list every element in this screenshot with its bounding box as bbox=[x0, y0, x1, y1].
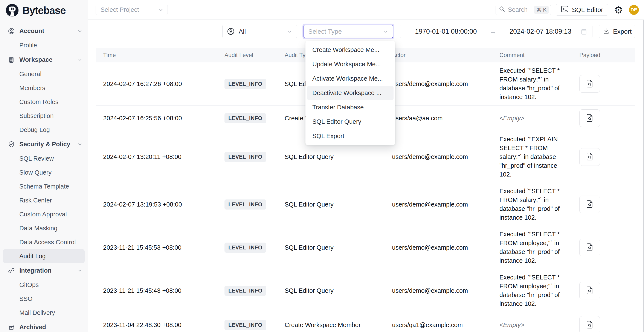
type-option-sql-editor-query[interactable]: SQL Editor Query bbox=[307, 115, 394, 129]
sidebar-item-members[interactable]: Members bbox=[3, 81, 85, 95]
cell-comment: <Empty> bbox=[492, 317, 572, 332]
type-option-update-workspace-me[interactable]: Update Workspace Me... bbox=[307, 57, 394, 71]
date-range-start[interactable]: 1970-01-01 08:00:00 bbox=[415, 28, 477, 35]
brand-logo[interactable]: Bytebase bbox=[0, 0, 88, 20]
file-search-icon bbox=[585, 243, 594, 252]
chevron-down-icon bbox=[158, 7, 164, 13]
column-header-comment: Comment bbox=[492, 52, 572, 59]
actor-filter-select[interactable]: All bbox=[222, 25, 297, 38]
cell-audit-level: LEVEL_INFO bbox=[218, 282, 278, 300]
brand-name: Bytebase bbox=[22, 4, 66, 16]
cell-comment: Executed `"SELECT * FROM salary;"` in da… bbox=[492, 62, 572, 105]
project-select[interactable]: Select Project bbox=[96, 5, 168, 15]
cell-actor: users/demo@example.com bbox=[385, 283, 492, 298]
project-select-placeholder: Select Project bbox=[100, 6, 139, 13]
view-payload-button[interactable] bbox=[579, 316, 600, 332]
table-row: 2024-02-07 13:19:53 +08:00 LEVEL_INFO SQ… bbox=[96, 183, 635, 226]
column-header-payload: Payload bbox=[572, 52, 635, 59]
sidebar-item-subscription[interactable]: Subscription bbox=[3, 109, 85, 123]
file-search-icon bbox=[585, 200, 594, 209]
sidebar-item-custom-approval[interactable]: Custom Approval bbox=[3, 207, 85, 221]
sidebar-group-workspace[interactable]: Workspace bbox=[0, 52, 88, 67]
cell-time: 2023-11-04 22:48:30 +08:00 bbox=[96, 318, 218, 332]
nav-item-label: Custom Roles bbox=[19, 98, 58, 106]
sidebar-item-sso[interactable]: SSO bbox=[3, 292, 85, 306]
cell-audit-level: LEVEL_INFO bbox=[218, 196, 278, 213]
nav-item-label: Data Masking bbox=[19, 225, 57, 232]
export-button[interactable]: Export bbox=[599, 25, 635, 38]
chevron-down-icon bbox=[77, 268, 82, 273]
search-icon bbox=[499, 6, 505, 14]
date-range-end[interactable]: 2024-02-07 18:09:13 bbox=[510, 28, 572, 35]
sidebar-item-custom-roles[interactable]: Custom Roles bbox=[3, 95, 85, 109]
sidebar-group-integration[interactable]: Integration bbox=[0, 263, 88, 278]
file-search-icon bbox=[585, 79, 594, 89]
settings-gear-icon[interactable]: ⚙ bbox=[614, 5, 623, 15]
export-label: Export bbox=[613, 28, 632, 35]
view-payload-button[interactable] bbox=[579, 196, 600, 213]
view-payload-button[interactable] bbox=[579, 109, 600, 127]
nav-group-label: Workspace bbox=[19, 56, 52, 63]
cell-payload bbox=[572, 278, 635, 303]
view-payload-button[interactable] bbox=[579, 239, 600, 256]
nav-item-label: Audit Log bbox=[19, 253, 46, 260]
nav-item-label: Profile bbox=[19, 42, 37, 49]
sidebar-item-profile[interactable]: Profile bbox=[3, 38, 85, 52]
table-row: 2023-11-21 15:45:53 +08:00 LEVEL_INFO SQ… bbox=[96, 226, 635, 269]
cell-actor: users/demo@example.com bbox=[385, 197, 492, 212]
calendar-icon bbox=[580, 28, 588, 35]
download-icon bbox=[602, 27, 610, 36]
search-placeholder: Search bbox=[508, 6, 528, 13]
sidebar-group-security-policy[interactable]: Security & Policy bbox=[0, 137, 88, 152]
nav-item-label: Subscription bbox=[19, 112, 54, 120]
audit-level-badge: LEVEL_INFO bbox=[224, 199, 266, 209]
type-option-create-workspace-me[interactable]: Create Workspace Me... bbox=[307, 43, 394, 57]
cell-payload bbox=[572, 71, 635, 97]
user-circle-icon bbox=[8, 27, 15, 35]
sidebar-item-debug-log[interactable]: Debug Log bbox=[3, 123, 85, 137]
sidebar-item-risk-center[interactable]: Risk Center bbox=[3, 193, 85, 207]
type-filter-select[interactable]: Select Type bbox=[304, 25, 393, 38]
sidebar-item-data-access-control[interactable]: Data Access Control bbox=[3, 235, 85, 249]
sidebar-group-archived[interactable]: Archived bbox=[0, 320, 88, 332]
nav-item-label: SSO bbox=[19, 295, 32, 302]
sidebar-item-gitops[interactable]: GitOps bbox=[3, 278, 85, 292]
type-option-transfer-database[interactable]: Transfer Database bbox=[307, 100, 394, 115]
search-input[interactable]: Search ⌘ K bbox=[496, 5, 551, 15]
chevron-down-icon bbox=[77, 57, 82, 62]
type-option-deactivate-workspace[interactable]: Deactivate Workspace ... bbox=[307, 86, 394, 100]
column-header-audit-level: Audit Level bbox=[218, 52, 278, 59]
nav-item-label: Schema Template bbox=[19, 183, 69, 190]
table-row: 2023-11-21 15:45:43 +08:00 LEVEL_INFO SQ… bbox=[96, 269, 635, 312]
type-option-sql-export[interactable]: SQL Export bbox=[307, 129, 394, 143]
sidebar-item-sql-review[interactable]: SQL Review bbox=[3, 152, 85, 166]
user-avatar[interactable]: DE bbox=[629, 5, 639, 15]
sidebar-item-audit-log[interactable]: Audit Log bbox=[3, 249, 85, 263]
view-payload-button[interactable] bbox=[579, 75, 600, 93]
date-range-picker[interactable]: 1970-01-01 08:00:00 → 2024-02-07 18:09:1… bbox=[400, 25, 592, 38]
sidebar-item-schema-template[interactable]: Schema Template bbox=[3, 179, 85, 193]
cell-payload bbox=[572, 312, 635, 332]
view-payload-button[interactable] bbox=[579, 282, 600, 299]
cell-audit-level: LEVEL_INFO bbox=[218, 75, 278, 93]
cell-audit-level: LEVEL_INFO bbox=[218, 148, 278, 166]
sidebar-item-slow-query[interactable]: Slow Query bbox=[3, 166, 85, 179]
sidebar-group-account[interactable]: Account bbox=[0, 24, 88, 38]
file-search-icon bbox=[585, 114, 594, 123]
sidebar-item-mail-delivery[interactable]: Mail Delivery bbox=[3, 306, 85, 320]
sql-editor-button[interactable]: SQL Editor bbox=[556, 4, 608, 16]
cell-time: 2024-02-07 13:19:53 +08:00 bbox=[96, 197, 218, 212]
filter-bar: All Select Type 1970-01-01 08:00:00 → 20… bbox=[96, 25, 635, 38]
view-payload-button[interactable] bbox=[579, 148, 600, 166]
link-icon bbox=[8, 267, 15, 274]
type-option-activate-workspace-me[interactable]: Activate Workspace Me... bbox=[307, 71, 394, 86]
cell-comment: Executed `"EXPLAIN SELECT * FROM salary;… bbox=[492, 131, 572, 183]
sidebar-item-general[interactable]: General bbox=[3, 67, 85, 81]
sidebar-item-data-masking[interactable]: Data Masking bbox=[3, 221, 85, 235]
cell-time: 2024-02-07 13:20:11 +08:00 bbox=[96, 150, 218, 164]
nav-group-label: Archived bbox=[19, 324, 46, 331]
cell-time: 2024-02-07 16:25:56 +08:00 bbox=[96, 111, 218, 126]
topbar: Select Project Search ⌘ K SQL Editor ⚙ bbox=[88, 0, 644, 20]
cell-audit-type: SQL Editor Query bbox=[278, 150, 385, 164]
nav-item-label: Slow Query bbox=[19, 169, 52, 176]
